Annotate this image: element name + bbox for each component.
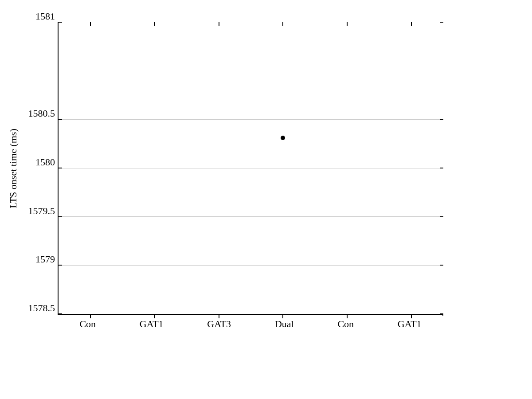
y-tick-label-2: 1579 [35,254,55,265]
x-tick-mark-3 [219,315,219,318]
y-tick-label-5: 1580.5 [28,108,55,119]
y-tick-mark-right-5 [440,119,443,120]
x-tick-mark-4 [282,315,283,318]
x-tick-mark-top-3 [219,22,219,26]
y-tick-label-6: 1581 [35,11,55,22]
y-tick-mark-right-6 [440,22,443,23]
y-axis-title: LTS onset time (ms) [0,22,27,315]
y-tick-mark-3 [59,216,62,217]
y-axis-label: LTS onset time (ms) [8,129,19,208]
y-tick-label-1: 1578.5 [28,302,55,314]
y-tick-label-3: 1579.5 [28,205,55,217]
y-grid-line-2 [59,265,443,266]
x-tick-mark-top-1 [90,22,91,26]
chart-area: 1578.5 1579 1579.5 1580 1580.5 [58,22,443,315]
x-label-dual: Dual [275,318,294,330]
x-tick-mark-2 [154,315,155,318]
y-grid-line-5 [59,119,443,120]
x-axis-labels: Con GAT1 GAT3 Dual Con GAT1 [58,318,443,330]
y-tick-label-4: 1580 [35,156,55,168]
y-tick-mark-1 [59,313,62,314]
x-label-gat1-2: GAT1 [398,318,422,330]
y-tick-mark-right-4 [440,168,443,168]
y-grid-line-4 [59,168,443,168]
y-tick-mark-4 [59,168,62,168]
x-tick-mark-6 [411,315,412,318]
chart-container: LTS onset time (ms) 1578.5 1579 1579.5 [0,0,532,399]
y-tick-mark-right-1 [440,313,443,314]
x-tick-mark-top-5 [347,22,348,26]
x-label-gat1-1: GAT1 [140,318,164,330]
x-label-con1: Con [79,318,96,330]
x-tick-mark-top-2 [154,22,155,26]
x-tick-mark-top-4 [282,22,283,26]
x-tick-mark-5 [347,315,348,318]
x-label-con2: Con [337,318,354,330]
x-label-gat3: GAT3 [207,318,231,330]
x-tick-mark-top-6 [411,22,412,26]
y-tick-mark-right-3 [440,216,443,217]
data-point-dual [281,136,285,140]
y-tick-mark-6 [59,22,62,23]
y-tick-mark-2 [59,265,62,266]
y-tick-mark-right-2 [440,265,443,266]
x-tick-mark-1 [90,315,91,318]
y-tick-mark-5 [59,119,62,120]
y-grid-line-3 [59,216,443,217]
